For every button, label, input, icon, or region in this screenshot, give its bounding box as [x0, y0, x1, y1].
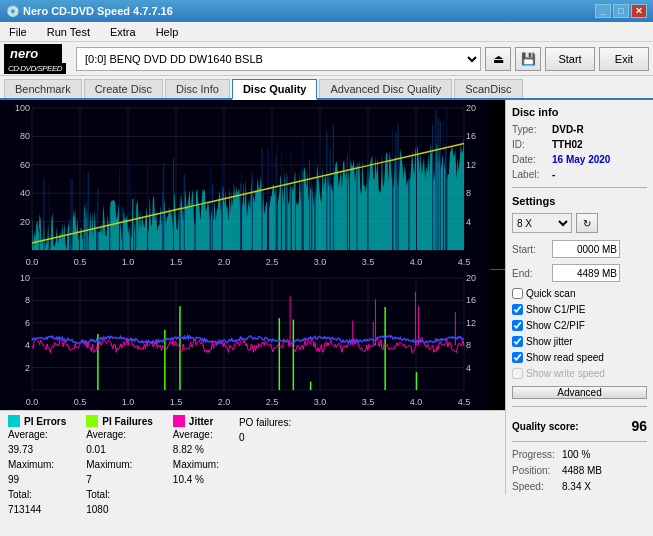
disc-id-label: ID:	[512, 139, 548, 150]
progress-row: Progress: 100 %	[512, 449, 647, 460]
show-write-speed-row: Show write speed	[512, 368, 647, 379]
speed-select[interactable]: 8 X	[512, 213, 572, 233]
disc-date-label: Date:	[512, 154, 548, 165]
bottom-chart	[0, 270, 505, 410]
po-failures-legend: PO failures: 0	[239, 415, 291, 517]
disc-date-row: Date: 16 May 2020	[512, 154, 647, 165]
disc-id-row: ID: TTH02	[512, 139, 647, 150]
disc-id-value: TTH02	[552, 139, 583, 150]
quality-row: Quality score: 96	[512, 418, 647, 434]
pi-errors-title: PI Errors	[24, 416, 66, 427]
tab-scandisc[interactable]: ScanDisc	[454, 79, 522, 98]
quality-value: 96	[631, 418, 647, 434]
speed-prog-label: Speed:	[512, 481, 558, 492]
exit-button[interactable]: Exit	[599, 47, 649, 71]
main-content: PI Errors Average: 39.73 Maximum: 99 Tot…	[0, 100, 653, 494]
end-field-label: End:	[512, 268, 548, 279]
right-panel: Disc info Type: DVD-R ID: TTH02 Date: 16…	[505, 100, 653, 494]
tab-benchmark[interactable]: Benchmark	[4, 79, 82, 98]
disc-type-label: Type:	[512, 124, 548, 135]
tab-disc-quality[interactable]: Disc Quality	[232, 79, 318, 100]
position-row: Position: 4488 MB	[512, 465, 647, 476]
legend-area: PI Errors Average: 39.73 Maximum: 99 Tot…	[0, 410, 505, 521]
start-field-label: Start:	[512, 244, 548, 255]
jitter-color-box	[173, 415, 185, 427]
maximize-button[interactable]: □	[613, 4, 629, 18]
show-jitter-label: Show jitter	[526, 336, 573, 347]
position-label: Position:	[512, 465, 558, 476]
disc-label-value: -	[552, 169, 555, 180]
nero-sub: CD·DVD/SPEED	[4, 63, 66, 74]
nero-logo: nero	[4, 44, 62, 63]
quick-scan-row: Quick scan	[512, 288, 647, 299]
pi-failures-stats: Average: 0.01 Maximum: 7 Total: 1080	[86, 427, 153, 517]
toolbar: nero CD·DVD/SPEED [0:0] BENQ DVD DD DW16…	[0, 42, 653, 76]
show-c2pif-row: Show C2/PIF	[512, 320, 647, 331]
refresh-icon-btn[interactable]: ↻	[576, 213, 598, 233]
show-write-speed-checkbox[interactable]	[512, 368, 523, 379]
pi-failures-color-box	[86, 415, 98, 427]
menu-run-test[interactable]: Run Test	[42, 25, 95, 39]
progress-label: Progress:	[512, 449, 558, 460]
pi-errors-stats: Average: 39.73 Maximum: 99 Total: 713144	[8, 427, 66, 517]
divider-2	[512, 406, 647, 407]
eject-icon-btn[interactable]: ⏏	[485, 47, 511, 71]
disc-date-value: 16 May 2020	[552, 154, 610, 165]
progress-value: 100 %	[562, 449, 590, 460]
pi-errors-legend: PI Errors Average: 39.73 Maximum: 99 Tot…	[8, 415, 66, 517]
position-value: 4488 MB	[562, 465, 602, 476]
pi-errors-color-box	[8, 415, 20, 427]
tab-disc-info[interactable]: Disc Info	[165, 79, 230, 98]
start-field-input[interactable]	[552, 240, 620, 258]
jitter-legend: Jitter Average: 8.82 % Maximum: 10.4 %	[173, 415, 219, 517]
menu-bar: File Run Test Extra Help	[0, 22, 653, 42]
start-button[interactable]: Start	[545, 47, 595, 71]
tab-advanced-disc-quality[interactable]: Advanced Disc Quality	[319, 79, 452, 98]
divider-3	[512, 441, 647, 442]
speed-prog-value: 8.34 X	[562, 481, 591, 492]
jitter-stats: Average: 8.82 % Maximum: 10.4 %	[173, 427, 219, 487]
menu-help[interactable]: Help	[151, 25, 184, 39]
show-c2pif-label: Show C2/PIF	[526, 320, 585, 331]
show-read-speed-label: Show read speed	[526, 352, 604, 363]
title-bar-buttons: _ □ ✕	[595, 4, 647, 18]
quality-label: Quality score:	[512, 421, 579, 432]
menu-extra[interactable]: Extra	[105, 25, 141, 39]
title-bar-text: Nero CD-DVD Speed 4.7.7.16	[23, 5, 173, 17]
show-c1pie-row: Show C1/PIE	[512, 304, 647, 315]
show-c2pif-checkbox[interactable]	[512, 320, 523, 331]
divider-1	[512, 187, 647, 188]
show-jitter-checkbox[interactable]	[512, 336, 523, 347]
end-field-input[interactable]	[552, 264, 620, 282]
disc-type-row: Type: DVD-R	[512, 124, 647, 135]
end-field-row: End:	[512, 264, 647, 282]
start-field-row: Start:	[512, 240, 647, 258]
top-chart	[0, 100, 505, 270]
save-icon-btn[interactable]: 💾	[515, 47, 541, 71]
minimize-button[interactable]: _	[595, 4, 611, 18]
tab-bar: Benchmark Create Disc Disc Info Disc Qua…	[0, 76, 653, 100]
settings-title: Settings	[512, 195, 647, 207]
quick-scan-checkbox[interactable]	[512, 288, 523, 299]
quick-scan-label: Quick scan	[526, 288, 575, 299]
title-bar: 💿 Nero CD-DVD Speed 4.7.7.16 _ □ ✕	[0, 0, 653, 22]
title-bar-icon: 💿	[6, 5, 20, 18]
show-read-speed-checkbox[interactable]	[512, 352, 523, 363]
menu-file[interactable]: File	[4, 25, 32, 39]
disc-label-label: Label:	[512, 169, 548, 180]
show-c1pie-checkbox[interactable]	[512, 304, 523, 315]
show-jitter-row: Show jitter	[512, 336, 647, 347]
close-button[interactable]: ✕	[631, 4, 647, 18]
speed-row: 8 X ↻	[512, 213, 647, 233]
disc-info-title: Disc info	[512, 106, 647, 118]
tab-create-disc[interactable]: Create Disc	[84, 79, 163, 98]
show-write-speed-label: Show write speed	[526, 368, 605, 379]
disc-type-value: DVD-R	[552, 124, 584, 135]
show-read-speed-row: Show read speed	[512, 352, 647, 363]
show-c1pie-label: Show C1/PIE	[526, 304, 585, 315]
drive-select[interactable]: [0:0] BENQ DVD DD DW1640 BSLB	[76, 47, 481, 71]
speed-row-prog: Speed: 8.34 X	[512, 481, 647, 492]
advanced-button[interactable]: Advanced	[512, 386, 647, 399]
pi-failures-legend: PI Failures Average: 0.01 Maximum: 7 Tot…	[86, 415, 153, 517]
disc-label-row: Label: -	[512, 169, 647, 180]
